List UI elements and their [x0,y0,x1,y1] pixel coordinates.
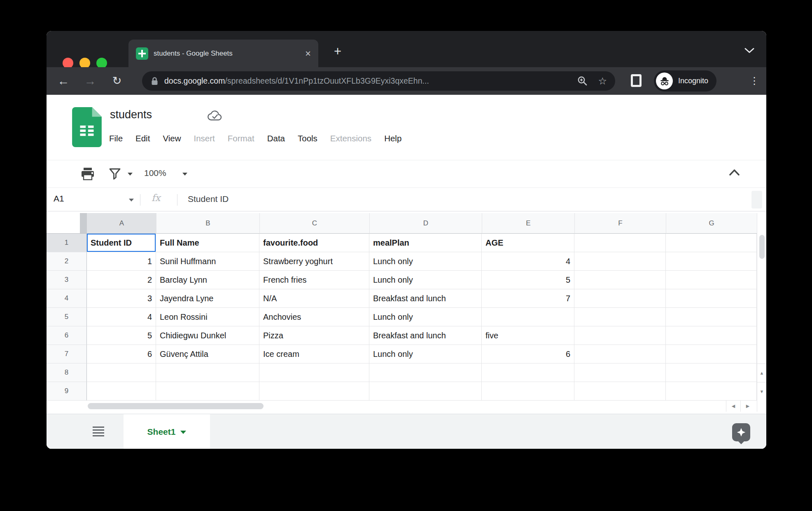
cell-A3[interactable]: 2 [87,271,156,289]
menu-edit[interactable]: Edit [135,134,150,143]
cell-D5[interactable]: Lunch only [369,308,482,326]
reload-icon[interactable]: ↻ [109,73,125,89]
tab-search-chevron-icon[interactable] [744,47,755,55]
menu-extensions[interactable]: Extensions [330,134,371,143]
formula-input[interactable]: Student ID [188,194,229,204]
cell-B9[interactable] [156,382,259,401]
cell-F7[interactable] [574,345,666,363]
cell-D8[interactable] [369,363,482,382]
cell-D4[interactable]: Breakfast and lunch [369,289,482,308]
zoom-icon[interactable] [577,75,588,87]
cell-F6[interactable] [574,326,666,345]
cell-G4[interactable] [666,289,757,308]
cell-B4[interactable]: Jayendra Lyne [156,289,259,308]
cell-C6[interactable]: Pizza [259,326,369,345]
column-header-E[interactable]: E [482,213,574,234]
cell-B5[interactable]: Leon Rossini [156,308,259,326]
filter-icon[interactable] [108,168,121,181]
cell-A1[interactable]: Student ID [87,234,156,252]
scroll-right-icon[interactable]: ▶ [740,401,755,412]
menu-insert[interactable]: Insert [194,134,215,143]
browser-menu-icon[interactable]: ⋮ [747,73,762,89]
cell-B7[interactable]: Güvenç Attila [156,345,259,363]
row-header-9[interactable]: 9 [47,382,87,401]
row-header-3[interactable]: 3 [47,271,87,289]
column-header-C[interactable]: C [259,213,369,234]
all-sheets-icon[interactable] [93,427,104,438]
cell-C5[interactable]: Anchovies [259,308,369,326]
cell-E2[interactable]: 4 [482,252,574,271]
horizontal-scrollbar-thumb[interactable] [88,403,264,409]
cell-G5[interactable] [666,308,757,326]
cell-E8[interactable] [482,363,574,382]
print-icon[interactable] [80,167,95,181]
cell-A5[interactable]: 4 [87,308,156,326]
cell-A7[interactable]: 6 [87,345,156,363]
cell-B1[interactable]: Full Name [156,234,259,252]
menu-file[interactable]: File [109,134,123,143]
menu-help[interactable]: Help [384,134,401,143]
cell-E7[interactable]: 6 [482,345,574,363]
cell-F9[interactable] [574,382,666,401]
cell-A6[interactable]: 5 [87,326,156,345]
bookmark-star-icon[interactable]: ☆ [598,75,607,87]
row-header-2[interactable]: 2 [47,252,87,271]
vertical-scrollbar[interactable]: ▲ ▼ [757,213,766,401]
menu-format[interactable]: Format [228,134,254,143]
cell-F5[interactable] [574,308,666,326]
menu-data[interactable]: Data [267,134,285,143]
column-header-G[interactable]: G [666,213,757,234]
cell-D3[interactable]: Lunch only [369,271,482,289]
cell-D6[interactable]: Breakfast and lunch [369,326,482,345]
cell-A4[interactable]: 3 [87,289,156,308]
cell-E4[interactable]: 7 [482,289,574,308]
forward-icon[interactable]: → [82,73,98,89]
cell-F4[interactable] [574,289,666,308]
cell-G7[interactable] [666,345,757,363]
cell-F2[interactable] [574,252,666,271]
collapse-toolbar-icon[interactable] [729,169,740,176]
scroll-down-icon[interactable]: ▼ [757,382,766,401]
zoom-dropdown-caret-icon[interactable] [182,173,187,176]
cell-C7[interactable]: Ice cream [259,345,369,363]
cell-G8[interactable] [666,363,757,382]
cell-D7[interactable]: Lunch only [369,345,482,363]
cell-B8[interactable] [156,363,259,382]
cell-E6[interactable]: five [482,326,574,345]
column-header-F[interactable]: F [574,213,666,234]
row-header-1[interactable]: 1 [47,234,87,252]
new-tab-button[interactable]: + [329,43,346,60]
sheet-tab-sheet1[interactable]: Sheet1 [124,414,210,449]
explore-button[interactable] [732,423,750,441]
row-header-7[interactable]: 7 [47,345,87,363]
name-box-caret-icon[interactable] [129,199,134,202]
column-header-D[interactable]: D [369,213,482,234]
cell-D9[interactable] [369,382,482,401]
cell-G6[interactable] [666,326,757,345]
cell-B2[interactable]: Sunil Huffmann [156,252,259,271]
column-header-B[interactable]: B [156,213,259,234]
menu-view[interactable]: View [163,134,181,143]
cell-C2[interactable]: Strawberry yoghurt [259,252,369,271]
cell-A9[interactable] [87,382,156,401]
tab-close-icon[interactable]: × [305,49,311,59]
cell-G1[interactable] [666,234,757,252]
cell-D1[interactable]: mealPlan [369,234,482,252]
cell-B6[interactable]: Chidiegwu Dunkel [156,326,259,345]
row-header-4[interactable]: 4 [47,289,87,308]
cell-E1[interactable]: AGE [482,234,574,252]
document-title[interactable]: students [110,108,152,121]
cell-A2[interactable]: 1 [87,252,156,271]
cell-G2[interactable] [666,252,757,271]
address-bar[interactable]: docs.google.com/spreadsheets/d/1V1nPp1tz… [142,71,615,91]
cell-F3[interactable] [574,271,666,289]
select-all-corner[interactable] [47,213,87,234]
row-header-5[interactable]: 5 [47,308,87,326]
cell-C8[interactable] [259,363,369,382]
cell-B3[interactable]: Barclay Lynn [156,271,259,289]
cell-C9[interactable] [259,382,369,401]
scroll-left-icon[interactable]: ◀ [726,401,740,412]
cell-G3[interactable] [666,271,757,289]
cell-C3[interactable]: French fries [259,271,369,289]
row-header-8[interactable]: 8 [47,363,87,382]
